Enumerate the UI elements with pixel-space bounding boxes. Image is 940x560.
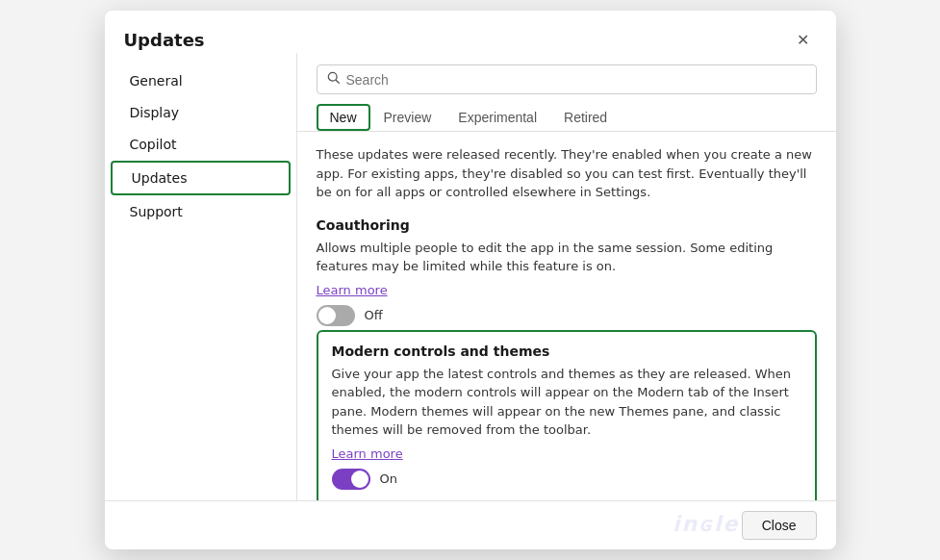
intro-text: These updates were released recently. Th… bbox=[317, 145, 817, 202]
modern-controls-toggle-row: On bbox=[332, 469, 801, 490]
dialog-header: Updates ✕ bbox=[105, 11, 836, 53]
coauthoring-title: Coauthoring bbox=[317, 217, 817, 233]
modern-controls-learn-more[interactable]: Learn more bbox=[332, 446, 403, 461]
coauthoring-desc: Allows multiple people to edit the app i… bbox=[317, 239, 817, 276]
coauthoring-toggle-knob bbox=[318, 307, 336, 324]
modern-controls-toggle-knob bbox=[351, 471, 368, 488]
coauthoring-toggle[interactable] bbox=[317, 305, 355, 326]
sidebar-item-display[interactable]: Display bbox=[111, 97, 291, 128]
sidebar-item-updates[interactable]: Updates bbox=[111, 161, 291, 195]
search-icon bbox=[327, 70, 341, 89]
settings-dialog: Updates ✕ GeneralDisplayCopilotUpdatesSu… bbox=[105, 11, 836, 549]
dialog-close-button[interactable]: ✕ bbox=[790, 26, 817, 53]
modern-controls-card: Modern controls and themes Give your app… bbox=[317, 330, 817, 501]
content-header: NewPreviewExperimentalRetired bbox=[297, 53, 836, 132]
tab-preview[interactable]: Preview bbox=[370, 104, 445, 131]
tab-experimental[interactable]: Experimental bbox=[445, 104, 550, 131]
dialog-body: GeneralDisplayCopilotUpdatesSupport NewP… bbox=[105, 53, 836, 500]
tab-retired[interactable]: Retired bbox=[550, 104, 621, 131]
search-bar[interactable] bbox=[317, 64, 817, 94]
modern-controls-toggle-label: On bbox=[380, 471, 397, 486]
search-input[interactable] bbox=[346, 72, 806, 88]
modern-controls-toggle[interactable] bbox=[332, 469, 370, 490]
dialog-title: Updates bbox=[124, 30, 205, 50]
tabs-bar: NewPreviewExperimentalRetired bbox=[297, 104, 836, 132]
coauthoring-learn-more[interactable]: Learn more bbox=[317, 283, 388, 297]
sidebar: GeneralDisplayCopilotUpdatesSupport bbox=[105, 53, 297, 500]
scrollable-content: These updates were released recently. Th… bbox=[297, 132, 836, 500]
sidebar-item-copilot[interactable]: Copilot bbox=[111, 129, 291, 160]
tab-new[interactable]: New bbox=[317, 104, 370, 131]
svg-line-1 bbox=[336, 80, 339, 83]
sidebar-item-support[interactable]: Support bbox=[111, 196, 291, 227]
modern-controls-title: Modern controls and themes bbox=[332, 344, 801, 359]
dialog-footer: Close bbox=[105, 500, 836, 549]
main-content: NewPreviewExperimentalRetired These upda… bbox=[297, 53, 836, 500]
coauthoring-toggle-label: Off bbox=[365, 308, 383, 322]
modern-controls-desc: Give your app the latest controls and th… bbox=[332, 365, 801, 440]
footer-close-button[interactable]: Close bbox=[742, 511, 817, 540]
sidebar-item-general[interactable]: General bbox=[111, 65, 291, 96]
coauthoring-toggle-row: Off bbox=[317, 305, 817, 326]
